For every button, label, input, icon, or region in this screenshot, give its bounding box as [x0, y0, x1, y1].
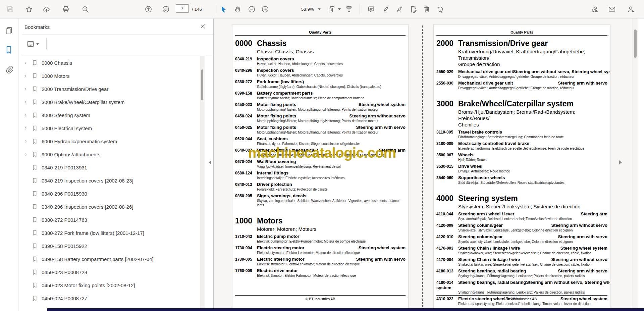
- bookmark-ribbon-icon: [32, 151, 42, 158]
- bookmark-item[interactable]: 6000 Hydraulic/pneumatic system: [18, 135, 208, 148]
- bookmark-ribbon-icon: [32, 191, 42, 197]
- catalog-item: 4170-004Steering Chain / linkage / wireS…: [436, 257, 607, 267]
- fit-dropdown-caret[interactable]: [338, 8, 341, 10]
- sign-pen-button[interactable]: [394, 4, 404, 14]
- bookmark-item[interactable]: 0450-024 P0008727: [18, 292, 208, 305]
- catalog-item: 4120-010Steering column/gearSteering arm…: [436, 234, 607, 244]
- subtitle-line: Styrsystem; Steuer-/Lenksystem; Système …: [458, 203, 607, 210]
- item-title: Internal fittings: [257, 170, 406, 175]
- highlight-button[interactable]: [380, 4, 390, 14]
- zoom-in-button[interactable]: [260, 4, 270, 14]
- catalog-item: 3110-005Travel brake controlsFärdbromsre…: [436, 129, 607, 139]
- chevron-right-icon[interactable]: [23, 87, 32, 92]
- bookmark-item[interactable]: 0000 Chassis: [18, 56, 208, 69]
- delete-button[interactable]: [422, 4, 431, 14]
- item-number: 4170-004: [436, 257, 458, 262]
- select-tool-button[interactable]: [219, 4, 228, 14]
- bookmark-item[interactable]: 0390-158 Battery compartment parts [2002…: [18, 253, 208, 266]
- bookmark-item[interactable]: 0340-219 Inspection covers [2002-08-23]: [18, 174, 208, 187]
- chevron-right-icon[interactable]: [23, 126, 32, 131]
- chevron-right-icon[interactable]: [23, 113, 32, 118]
- zoom-out-button[interactable]: [247, 4, 256, 14]
- chevron-spacer: [23, 178, 32, 184]
- item-title: Mechanical drive gear unitSteering arm w…: [458, 69, 610, 74]
- page-thumbnails-icon[interactable]: [4, 26, 14, 36]
- bookmark-item[interactable]: 0340-296 P0015930: [18, 187, 208, 200]
- chevron-right-icon[interactable]: [23, 139, 32, 144]
- item-subtitle: Motorupphängning/-fästen; Motoraufhängun…: [257, 119, 406, 123]
- zoom-level-label[interactable]: 53,9%: [292, 0, 314, 18]
- collapse-panel-handle[interactable]: [209, 160, 211, 164]
- bookmark-item[interactable]: 3000 Brake/Wheel/Caterpillar system: [18, 96, 208, 109]
- item-number: 4170-003: [436, 246, 458, 251]
- rotate-button[interactable]: [435, 4, 445, 14]
- bookmark-item[interactable]: 0450-023 Motor fixing points [2002-08-12…: [18, 279, 208, 292]
- bookmark-item[interactable]: 0380-272 Fork frame (low lifters) [2001-…: [18, 226, 208, 240]
- item-number: 3530-015: [436, 164, 458, 169]
- item-title: Electric steering motor: [257, 257, 354, 262]
- bookmark-item[interactable]: 0380-272 P0014763: [18, 213, 208, 226]
- account-button[interactable]: [626, 4, 635, 14]
- catalog-item: 0850-205Signs, warnings, decalsSkyltar, …: [235, 193, 406, 207]
- bookmark-item[interactable]: 0390-158 P0015922: [18, 240, 208, 253]
- scroll-mode-button[interactable]: [344, 4, 354, 14]
- bookmark-ribbon-icon: [32, 282, 42, 289]
- panel-scrollbar[interactable]: [200, 56, 205, 311]
- star-button[interactable]: [24, 4, 34, 14]
- fill-sign-button[interactable]: [409, 4, 418, 14]
- comment-button[interactable]: [366, 4, 376, 14]
- chevron-right-icon[interactable]: [23, 73, 32, 79]
- document-scrollbar-thumb[interactable]: [634, 30, 637, 58]
- item-number: 0380-272: [235, 80, 257, 85]
- bookmark-item[interactable]: 5000 Electrical system: [18, 122, 208, 135]
- bookmark-item[interactable]: 1000 Motors: [18, 69, 208, 83]
- bookmark-item[interactable]: 4000 Steering system: [18, 109, 208, 122]
- email-button[interactable]: [607, 4, 616, 14]
- bookmark-item[interactable]: 9000 Options/attachments: [18, 148, 208, 161]
- share-link-button[interactable]: [590, 4, 599, 14]
- hand-tool-button[interactable]: [233, 4, 242, 14]
- fit-width-button[interactable]: [327, 4, 336, 14]
- bookmark-item[interactable]: 0450-023 P0008728: [18, 266, 208, 279]
- document-scrollbar[interactable]: [633, 18, 638, 311]
- chevron-right-icon[interactable]: [23, 100, 32, 105]
- item-subtitle: Styrrör/-axel, styrväxel; Lenksäule, Len…: [458, 228, 607, 232]
- chevron-right-icon[interactable]: [23, 152, 32, 157]
- item-line: 3540-060Support/castor wheels: [436, 175, 607, 180]
- item-line: 0390-158Battery compartment parts: [235, 91, 406, 96]
- item-title: Motor fixing points: [257, 125, 354, 130]
- zoom-dropdown-caret[interactable]: [318, 8, 321, 10]
- catalog-item: 0450-024Motor fixing pointsSteering arm …: [235, 113, 406, 123]
- page-up-button[interactable]: [144, 4, 153, 14]
- item-line: 0640-007Driver controls ( mechanical )St…: [235, 148, 406, 153]
- expand-tools-handle[interactable]: [619, 160, 622, 164]
- bookmark-options-button[interactable]: [26, 39, 42, 49]
- close-icon[interactable]: [200, 23, 207, 30]
- catalog-section: 0000ChassisChassi; Chassis; Châssis0340-…: [235, 39, 406, 207]
- item-title: Inspection covers: [257, 56, 406, 61]
- bookmark-label: 9000 Options/attachments: [42, 152, 100, 157]
- bookmarks-icon[interactable]: [4, 45, 14, 55]
- item-number: 2550-029: [436, 69, 458, 74]
- chevron-right-icon[interactable]: [23, 60, 32, 66]
- item-variant-label: Steering arm without servo: [551, 223, 607, 228]
- item-variant-label: Steering wheel system: [560, 246, 607, 251]
- bookmark-item[interactable]: 0340-296 Inspection covers [2002-08-26]: [18, 200, 208, 213]
- panel-scrollbar-thumb[interactable]: [201, 69, 203, 100]
- item-title: Motor fixing points: [257, 102, 356, 107]
- page-count-label: / 146: [192, 0, 202, 18]
- item-subtitle: Styrkedja/-länkar, wire; Steuerkette/-ge…: [458, 263, 607, 267]
- item-line: 0850-205Signs, warnings, decals: [235, 193, 406, 199]
- attachments-icon[interactable]: [4, 64, 14, 74]
- bookmark-item[interactable]: 2000 Transmission/Drive gear: [18, 83, 208, 96]
- page-number-input[interactable]: [176, 4, 189, 13]
- page-down-button[interactable]: [161, 4, 170, 14]
- catalog-item: 0620-044Seat, cushionsFörarstol, dynor; …: [235, 136, 406, 146]
- search-icon[interactable]: [80, 4, 90, 14]
- print-button[interactable]: [61, 4, 70, 14]
- bookmark-item[interactable]: 0340-219 P0013931: [18, 161, 208, 174]
- page-footer: © BT Industries AB: [235, 295, 406, 301]
- item-title: Steering column/gear: [458, 234, 555, 239]
- panel-toolbar-separator: [46, 38, 47, 49]
- share-upload-button[interactable]: [42, 4, 51, 14]
